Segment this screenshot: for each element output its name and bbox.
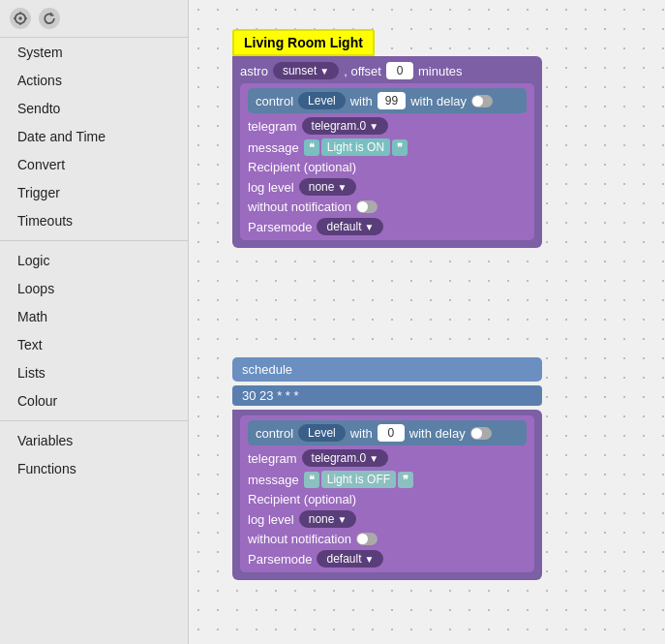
sidebar-item-sendto[interactable]: Sendto xyxy=(4,95,184,122)
delay-toggle-2[interactable] xyxy=(470,427,492,440)
offset-label: , offset xyxy=(344,64,381,78)
sidebar-item-actions[interactable]: Actions xyxy=(4,67,184,94)
quote-left-2: ❝ xyxy=(304,472,319,488)
sidebar-header xyxy=(0,0,188,38)
telegram-row-2: telegram telegram.0 ▼ xyxy=(248,449,527,467)
sidebar-item-convert[interactable]: Convert xyxy=(4,151,184,178)
notification-toggle-1[interactable] xyxy=(356,200,378,213)
block-group-2: schedule 30 23 * * * control Level with … xyxy=(232,353,542,580)
light-off-connector: ❝ Light is OFF ❞ xyxy=(304,471,413,488)
log-level-pill-1[interactable]: none ▼ xyxy=(299,178,357,196)
quote-right-1: ❞ xyxy=(392,139,408,156)
sidebar-divider-2 xyxy=(0,420,188,421)
message-row-1: message ❝ Light is ON ❞ xyxy=(248,138,527,156)
astro-row: astro sunset ▼ , offset 0 minutes xyxy=(240,62,534,79)
telegram-value-pill-2[interactable]: telegram.0 ▼ xyxy=(302,449,389,467)
sidebar-item-colour[interactable]: Colour xyxy=(4,387,184,414)
notification-label-2: without notification xyxy=(248,532,351,546)
parsemode-row-1: Parsemode default ▼ xyxy=(248,218,527,235)
main-canvas: Living Room Light astro sunset ▼ , offse… xyxy=(189,0,665,644)
level-pill-2: Level xyxy=(298,424,346,442)
control-label-2: control xyxy=(256,426,293,441)
sidebar: System Actions Sendto Date and Time Conv… xyxy=(0,0,189,644)
minutes-label: minutes xyxy=(418,64,463,78)
sidebar-divider-1 xyxy=(0,240,188,241)
with-delay-label-1: with delay xyxy=(410,94,467,108)
sidebar-item-system[interactable]: System xyxy=(4,39,184,66)
dropdown-arrow-telegram-2: ▼ xyxy=(369,453,378,464)
parsemode-label-2: Parsemode xyxy=(248,552,312,567)
level-pill-1: Level xyxy=(298,92,346,109)
sidebar-item-timeouts[interactable]: Timeouts xyxy=(4,207,184,234)
sidebar-item-math[interactable]: Math xyxy=(4,303,184,330)
quote-left-1: ❝ xyxy=(304,139,319,156)
recipient-label-1: Recipient (optional) xyxy=(248,160,356,174)
refresh-icon[interactable] xyxy=(39,8,60,29)
log-level-label-1: log level xyxy=(248,180,294,195)
with-delay-label-2: with delay xyxy=(409,426,466,441)
telegram-row-1: telegram telegram.0 ▼ xyxy=(248,117,527,135)
block-group-1: Living Room Light astro sunset ▼ , offse… xyxy=(232,29,542,248)
block-outer-2: control Level with 0 with delay telegram… xyxy=(232,410,542,580)
sidebar-item-date-and-time[interactable]: Date and Time xyxy=(4,123,184,150)
message-label-2: message xyxy=(248,473,299,487)
level-value-2[interactable]: 0 xyxy=(378,424,405,442)
block-title-1: Living Room Light xyxy=(232,29,375,56)
log-level-pill-2[interactable]: none ▼ xyxy=(299,510,357,528)
sidebar-item-loops[interactable]: Loops xyxy=(4,275,184,302)
telegram-label-2: telegram xyxy=(248,451,297,466)
notification-row-2: without notification xyxy=(248,532,527,546)
quote-right-2: ❞ xyxy=(398,472,413,488)
light-on-value[interactable]: Light is ON xyxy=(321,138,390,156)
dropdown-arrow-telegram-1: ▼ xyxy=(369,121,378,132)
recipient-row-2: Recipient (optional) xyxy=(248,492,527,506)
sidebar-item-functions[interactable]: Functions xyxy=(4,455,184,482)
parsemode-label-1: Parsemode xyxy=(248,220,312,234)
log-level-label-2: log level xyxy=(248,512,294,527)
svg-point-1 xyxy=(18,16,22,20)
control-row-1: control Level with 99 with delay xyxy=(248,88,527,113)
with-label-1: with xyxy=(350,94,373,108)
block-inner-2: control Level with 0 with delay telegram… xyxy=(240,415,534,572)
light-off-value[interactable]: Light is OFF xyxy=(321,471,396,488)
sidebar-item-text[interactable]: Text xyxy=(4,331,184,358)
parsemode-pill-1[interactable]: default ▼ xyxy=(317,218,383,235)
blocks-canvas: Living Room Light astro sunset ▼ , offse… xyxy=(189,0,665,644)
target-icon[interactable] xyxy=(10,8,31,29)
recipient-row-1: Recipient (optional) xyxy=(248,160,527,174)
control-label-1: control xyxy=(256,94,293,108)
dropdown-arrow-loglevel-2: ▼ xyxy=(337,514,347,525)
block-inner-1: control Level with 99 with delay telegra… xyxy=(240,83,534,240)
dropdown-arrow: ▼ xyxy=(319,66,329,77)
recipient-label-2: Recipient (optional) xyxy=(248,492,356,506)
notification-row-1: without notification xyxy=(248,199,527,214)
sidebar-item-trigger[interactable]: Trigger xyxy=(4,179,184,206)
telegram-label-1: telegram xyxy=(248,119,297,134)
message-label-1: message xyxy=(248,140,299,155)
message-row-2: message ❝ Light is OFF ❞ xyxy=(248,471,527,488)
cron-value[interactable]: 30 23 * * * xyxy=(232,385,542,406)
sidebar-item-logic[interactable]: Logic xyxy=(4,247,184,274)
light-on-connector: ❝ Light is ON ❞ xyxy=(304,138,408,156)
log-level-row-1: log level none ▼ xyxy=(248,178,527,196)
astro-label: astro xyxy=(240,64,268,78)
sidebar-item-lists[interactable]: Lists xyxy=(4,359,184,386)
schedule-label: schedule xyxy=(232,357,542,382)
offset-value[interactable]: 0 xyxy=(386,62,413,79)
telegram-value-pill-1[interactable]: telegram.0 ▼ xyxy=(302,117,389,135)
sunset-pill[interactable]: sunset ▼ xyxy=(273,62,339,79)
dropdown-arrow-parsemode-2: ▼ xyxy=(365,554,375,565)
delay-toggle-1[interactable] xyxy=(471,95,493,107)
block-outer-1: astro sunset ▼ , offset 0 minutes contro… xyxy=(232,56,542,248)
dropdown-arrow-parsemode-1: ▼ xyxy=(365,222,375,232)
with-label-2: with xyxy=(350,426,373,441)
notification-toggle-2[interactable] xyxy=(356,533,378,545)
control-row-2: control Level with 0 with delay xyxy=(248,420,527,445)
sidebar-item-variables[interactable]: Variables xyxy=(4,427,184,454)
parsemode-pill-2[interactable]: default ▼ xyxy=(317,550,383,567)
parsemode-row-2: Parsemode default ▼ xyxy=(248,550,527,567)
notification-label-1: without notification xyxy=(248,199,351,214)
dropdown-arrow-loglevel-1: ▼ xyxy=(337,182,347,193)
log-level-row-2: log level none ▼ xyxy=(248,510,527,528)
level-value-1[interactable]: 99 xyxy=(378,92,406,109)
